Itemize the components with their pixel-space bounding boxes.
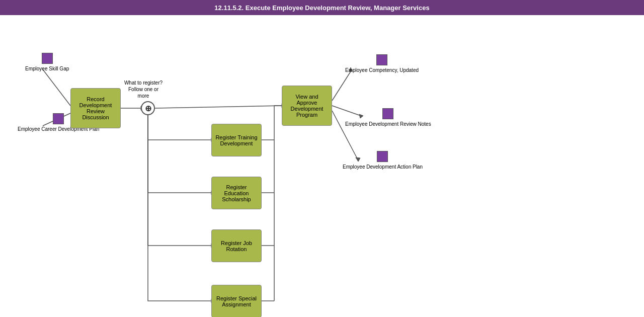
data-review-notes: Employee Development Review Notes [345, 108, 431, 127]
task-view-approve-label: View and Approve Development Program [285, 94, 329, 118]
title-text: 12.11.5.2. Execute Employee Development … [214, 4, 429, 12]
task-education-label: Register Education Scholarship [215, 184, 258, 202]
skill-gap-icon [42, 53, 53, 64]
data-skill-gap: Employee Skill Gap [25, 53, 69, 72]
title-bar: 12.11.5.2. Execute Employee Development … [0, 0, 644, 15]
task-view-approve[interactable]: View and Approve Development Program [282, 86, 332, 126]
svg-line-14 [332, 71, 351, 101]
connectors [0, 15, 644, 317]
task-register-job-rotation[interactable]: Register Job Rotation [211, 229, 262, 262]
svg-line-0 [43, 69, 70, 106]
data-action-plan: Employee Development Action Plan [343, 151, 423, 170]
diagram-area: Employee Skill Gap Employee Career Devel… [0, 15, 644, 317]
review-notes-icon [382, 108, 393, 119]
svg-line-4 [155, 106, 282, 108]
task-training-label: Register Training Development [215, 134, 258, 146]
task-job-rotation-label: Register Job Rotation [215, 240, 258, 252]
task-special-label: Register Special Assignment [215, 295, 258, 307]
task-record-discussion[interactable]: Record Development Review Discussion [70, 88, 121, 128]
career-plan-icon [53, 113, 64, 124]
gateway-label: What to register? Follow one or more [123, 80, 164, 99]
competency-label: Employee Competency, Updated [345, 67, 419, 73]
gateway-circle: ⊕ [141, 101, 155, 115]
competency-icon [376, 54, 387, 65]
action-plan-icon [377, 151, 388, 162]
task-register-special[interactable]: Register Special Assignment [211, 285, 262, 317]
task-record-label: Record Development Review Discussion [74, 96, 117, 120]
skill-gap-label: Employee Skill Gap [25, 65, 69, 72]
data-competency: Employee Competency, Updated [345, 54, 419, 73]
review-notes-label: Employee Development Review Notes [345, 121, 431, 127]
task-register-education[interactable]: Register Education Scholarship [211, 177, 262, 209]
task-register-training[interactable]: Register Training Development [211, 124, 262, 156]
action-plan-label: Employee Development Action Plan [343, 164, 423, 170]
